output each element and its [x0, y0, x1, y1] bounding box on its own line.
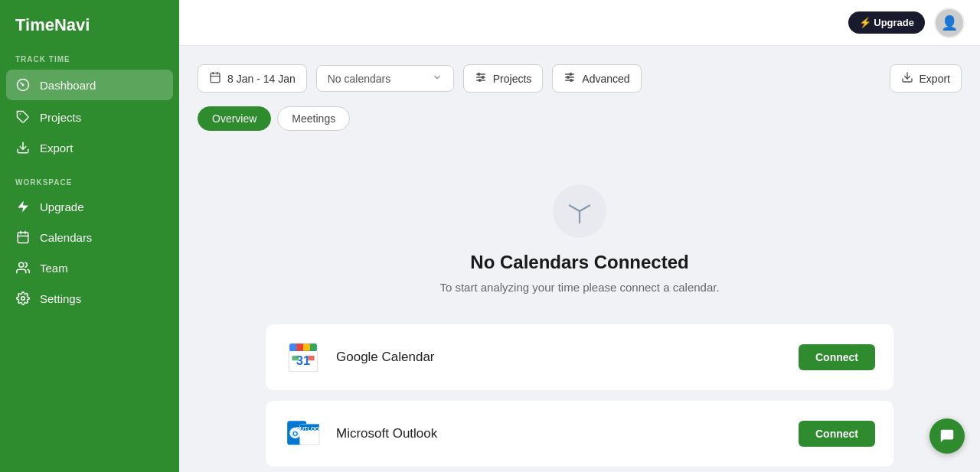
- cube-icon-wrap: [553, 184, 606, 238]
- cube-icon: [566, 197, 593, 225]
- svg-rect-41: [289, 343, 296, 350]
- sidebar-item-projects[interactable]: Projects: [0, 102, 179, 132]
- sidebar-item-calendars[interactable]: Calendars: [0, 222, 179, 252]
- svg-point-20: [479, 80, 481, 82]
- export-download-icon: [901, 71, 913, 86]
- svg-rect-44: [310, 343, 317, 350]
- chat-button[interactable]: [929, 418, 965, 454]
- sidebar-item-projects-label: Projects: [40, 111, 81, 124]
- sidebar-item-dashboard[interactable]: Dashboard: [6, 70, 173, 100]
- google-calendar-name: Google Calendar: [336, 350, 799, 365]
- advanced-filter-button[interactable]: Advanced: [552, 64, 641, 93]
- date-range-label: 8 Jan - 14 Jan: [227, 73, 296, 85]
- export-label: Export: [920, 73, 950, 85]
- svg-rect-5: [18, 233, 28, 243]
- calendar-selector-value: No calendars: [328, 73, 391, 85]
- svg-point-19: [482, 76, 484, 79]
- empty-title: No Calendars Connected: [470, 252, 688, 273]
- download-icon: [15, 140, 31, 155]
- tab-meetings[interactable]: Meetings: [277, 106, 350, 131]
- sidebar-item-dashboard-label: Dashboard: [40, 79, 96, 92]
- bolt-icon: [15, 199, 31, 214]
- dashboard-icon: [15, 77, 31, 93]
- outlook-icon: OUTLOOK O: [284, 415, 322, 453]
- svg-text:O: O: [292, 430, 298, 438]
- empty-subtitle: To start analyzing your time please conn…: [439, 281, 719, 294]
- app-logo: TimeNavi: [0, 0, 179, 47]
- empty-state: No Calendars Connected To start analyzin…: [198, 154, 962, 472]
- sidebar-item-calendars-label: Calendars: [40, 231, 92, 244]
- calendar-selector[interactable]: No calendars: [316, 65, 454, 92]
- sidebar-item-upgrade[interactable]: Upgrade: [0, 191, 179, 222]
- sidebar-item-settings[interactable]: Settings: [0, 283, 179, 314]
- calendar-icon: [15, 229, 31, 245]
- svg-rect-40: [308, 356, 314, 360]
- svg-point-18: [478, 73, 480, 76]
- calendar-small-icon: [209, 71, 221, 86]
- sidebar-item-team[interactable]: Team: [0, 252, 179, 283]
- svg-marker-4: [18, 201, 28, 213]
- google-calendar-icon: 31: [284, 338, 322, 376]
- outlook-card: OUTLOOK O Microsoft Outlook Connect: [266, 401, 893, 467]
- sidebar-item-team-label: Team: [40, 262, 68, 275]
- projects-label: Projects: [493, 73, 532, 85]
- projects-filter-button[interactable]: Projects: [463, 64, 544, 93]
- settings-icon: [15, 291, 31, 306]
- svg-point-24: [570, 73, 572, 76]
- sliders-icon: [475, 71, 487, 86]
- sidebar-item-upgrade-label: Upgrade: [40, 200, 84, 213]
- track-time-label: TRACK TIME: [0, 47, 179, 68]
- export-button[interactable]: Export: [890, 64, 962, 93]
- outlook-connect-button[interactable]: Connect: [799, 421, 875, 447]
- outlook-name: Microsoft Outlook: [336, 426, 799, 441]
- svg-text:31: 31: [296, 353, 311, 368]
- chevron-down-icon: [432, 72, 443, 85]
- google-calendar-card: 31: [266, 324, 893, 390]
- topbar: ⚡ Upgrade 👤: [179, 0, 980, 46]
- date-range-button[interactable]: 8 Jan - 14 Jan: [198, 64, 307, 93]
- svg-point-10: [21, 297, 25, 301]
- upgrade-button[interactable]: ⚡ Upgrade: [848, 11, 925, 34]
- svg-point-1: [22, 84, 24, 86]
- toolbar-row: 8 Jan - 14 Jan No calendars Projects Adv…: [198, 64, 962, 93]
- tag-icon: [15, 109, 31, 125]
- content-area: 8 Jan - 14 Jan No calendars Projects Adv…: [179, 46, 980, 472]
- svg-point-9: [19, 262, 24, 267]
- advanced-sliders-icon: [564, 71, 576, 86]
- svg-point-26: [570, 80, 573, 82]
- svg-rect-11: [211, 73, 220, 83]
- sidebar-item-export[interactable]: Export: [0, 132, 179, 163]
- svg-point-25: [567, 76, 570, 79]
- svg-rect-42: [296, 343, 303, 350]
- sidebar: TimeNavi TRACK TIME Dashboard Projects E…: [0, 0, 179, 472]
- workspace-label: WORKSPACE: [0, 171, 179, 191]
- svg-rect-43: [303, 343, 310, 350]
- team-icon: [15, 260, 31, 275]
- tabs-row: Overview Meetings: [198, 106, 962, 131]
- sidebar-item-export-label: Export: [40, 142, 73, 155]
- tab-overview[interactable]: Overview: [198, 106, 271, 131]
- sidebar-item-settings-label: Settings: [40, 292, 81, 305]
- avatar[interactable]: 👤: [934, 8, 965, 38]
- advanced-label: Advanced: [582, 73, 629, 85]
- main-content: ⚡ Upgrade 👤 8 Jan - 14 Jan No calendars: [179, 0, 980, 472]
- svg-rect-39: [292, 356, 298, 360]
- google-connect-button[interactable]: Connect: [799, 344, 875, 370]
